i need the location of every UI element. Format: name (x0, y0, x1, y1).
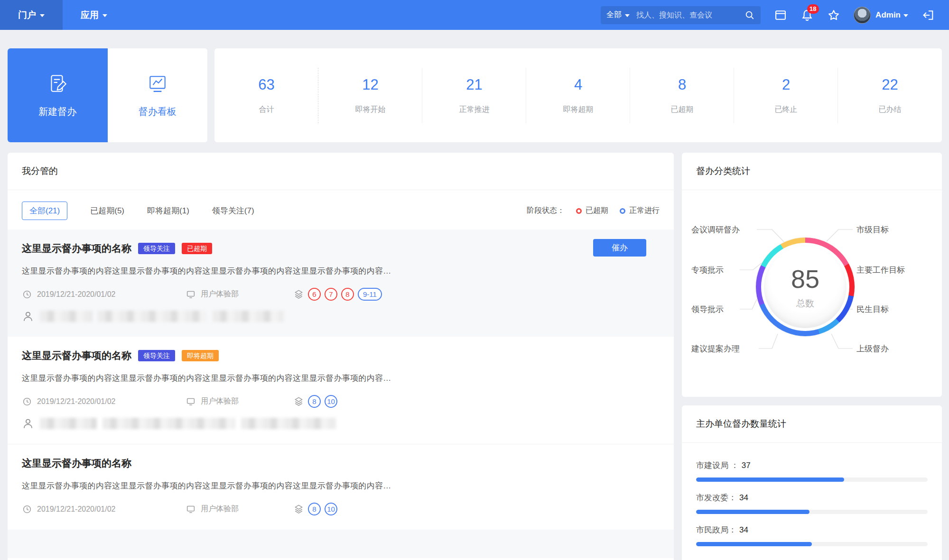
search-scope-label: 全部 (606, 10, 622, 20)
org-row: 市建设局 ：37 (696, 460, 928, 482)
logout-icon[interactable] (921, 9, 935, 22)
nav-portal[interactable]: 门户 (0, 0, 63, 30)
person-icon (22, 417, 34, 430)
redacted-name (40, 418, 97, 429)
task-item[interactable]: 这里显示督办事项的名称 领导关注 即将超期 这里显示督办事项的内容这里显示督办事… (8, 337, 674, 444)
legend-title: 阶段状态： (527, 206, 565, 216)
task-title: 这里显示督办事项的名称 (22, 242, 131, 255)
org-row: 市发改委：34 (696, 492, 928, 514)
donut-total-label: 总数 (796, 297, 814, 310)
near-overdue-badge: 即将超期 (182, 350, 219, 362)
layers-icon (293, 289, 304, 300)
tab-overdue[interactable]: 已超期(5) (90, 205, 124, 216)
org-bar-chart: 市建设局 ：37 市发改委：34 市民政局：34 (682, 443, 942, 546)
bar-fill (696, 510, 809, 514)
redacted-name (40, 311, 92, 322)
legend-overdue: 已超期 (576, 206, 608, 216)
bar-track (696, 510, 928, 514)
task-department: 用户体验部 (186, 396, 293, 407)
main-nav: 门户 应用 (0, 0, 125, 30)
stat-overdue[interactable]: 8 已超期 (630, 76, 734, 115)
stage-status-legend: 阶段状态： 已超期 正常进行 (527, 206, 660, 216)
workbench-window-icon[interactable] (774, 9, 787, 22)
task-department: 用户体验部 (186, 289, 293, 300)
donut-total-value: 85 (791, 264, 819, 294)
org-value: 34 (739, 525, 748, 534)
stats-card: 63 合计 12 即将开始 21 正常推进 4 即将超期 8 已超期 2 已终止… (214, 48, 942, 142)
search-input[interactable] (636, 11, 744, 19)
donut-label-meeting: 会议调研督办 (691, 224, 740, 235)
notifications-bell-icon[interactable]: 18 (800, 9, 814, 22)
nav-portal-label: 门户 (18, 9, 36, 21)
nav-apps-label: 应用 (81, 9, 99, 21)
overdue-dot-icon (576, 208, 582, 214)
task-stages: 6 7 8 9-11 (293, 288, 382, 301)
task-date-text: 2019/12/21-2020/01/02 (37, 397, 115, 406)
clock-icon (22, 289, 32, 300)
global-search[interactable]: 全部 (601, 6, 761, 24)
stat-terminated[interactable]: 2 已终止 (734, 76, 838, 115)
stat-total[interactable]: 63 合计 (214, 76, 318, 115)
person-icon (22, 310, 34, 322)
stage-badge: 8 (308, 503, 321, 515)
document-pencil-icon (47, 73, 68, 95)
stat-label: 已办结 (879, 105, 902, 115)
new-task-button[interactable]: 新建督办 (8, 48, 108, 142)
task-date-text: 2019/12/21-2020/01/02 (37, 505, 115, 514)
donut-label-proposal: 建议提案办理 (691, 343, 740, 354)
normal-dot-icon (620, 208, 625, 214)
redacted-name (213, 311, 284, 322)
board-button[interactable]: 督办看板 (108, 48, 208, 142)
monitor-icon (186, 396, 196, 407)
new-task-label: 新建督办 (38, 105, 76, 118)
task-department-text: 用户体验部 (201, 289, 239, 299)
task-department-text: 用户体验部 (201, 504, 239, 514)
redacted-name (241, 418, 336, 429)
board-label: 督办看板 (139, 105, 177, 118)
stat-completed[interactable]: 22 已办结 (838, 76, 942, 115)
donut-chart: 85 总数 会议调研督办 专项批示 领导批示 建议提案办理 市级目标 主要工作目… (682, 194, 942, 393)
chevron-down-icon (40, 14, 45, 17)
monitor-icon (186, 504, 196, 514)
stat-label: 即将超期 (563, 105, 594, 115)
org-value: 34 (739, 493, 748, 502)
donut-label-leader: 领导批示 (691, 304, 724, 315)
stat-near-overdue[interactable]: 4 即将超期 (526, 76, 630, 115)
org-name: 市民政局： (696, 525, 736, 534)
task-date: 2019/12/21-2020/01/02 (22, 289, 186, 300)
monitor-icon (186, 289, 196, 300)
task-assignees (22, 310, 660, 322)
search-scope-dropdown[interactable]: 全部 (606, 10, 630, 20)
panel-title: 我分管的 (8, 153, 674, 190)
next-item-strip (8, 530, 674, 558)
stage-badge: 10 (325, 503, 337, 515)
tab-all[interactable]: 全部(21) (22, 202, 67, 220)
favorites-star-icon[interactable] (827, 9, 840, 22)
bar-fill (696, 542, 812, 546)
stat-value: 2 (782, 76, 790, 93)
org-name: 市发改委： (696, 493, 736, 502)
org-name: 市建设局 ： (696, 461, 739, 470)
layers-icon (293, 396, 304, 407)
nav-apps[interactable]: 应用 (63, 0, 125, 30)
clock-icon (22, 504, 32, 514)
stat-on-track[interactable]: 21 正常推进 (422, 76, 526, 115)
tab-near-overdue[interactable]: 即将超期(1) (147, 205, 189, 216)
org-row: 市民政局：34 (696, 524, 928, 546)
search-icon[interactable] (744, 10, 755, 20)
stage-badge: 6 (308, 288, 321, 301)
leader-focus-badge: 领导关注 (138, 243, 175, 255)
tab-leader-focus[interactable]: 领导关注(7) (212, 205, 254, 216)
stat-upcoming[interactable]: 12 即将开始 (318, 76, 422, 115)
user-menu[interactable]: Admin (854, 7, 908, 24)
task-department-text: 用户体验部 (201, 396, 239, 406)
task-stages: 8 10 (293, 395, 337, 408)
legend-normal-label: 正常进行 (629, 206, 660, 216)
chevron-down-icon (625, 14, 630, 17)
action-card: 新建督办 督办看板 (8, 48, 207, 142)
task-item[interactable]: 这里显示督办事项的名称 领导关注 已超期 催办 这里显示督办事项的内容这里显示督… (8, 230, 674, 337)
urge-button[interactable]: 催办 (593, 239, 646, 257)
stage-badge: 8 (341, 288, 354, 301)
donut-label-livelihood: 民生目标 (856, 304, 889, 315)
task-item[interactable]: 这里显示督办事项的名称 这里显示督办事项的内容这里显示督办事项的内容这里显示督办… (8, 444, 674, 530)
